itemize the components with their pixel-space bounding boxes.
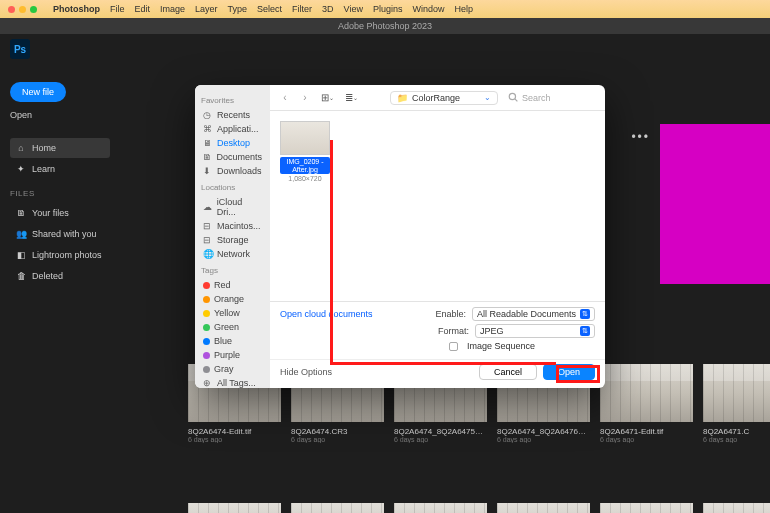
format-value: JPEG (480, 326, 504, 336)
nav-back-button[interactable]: ‹ (278, 91, 292, 105)
menubar-filter[interactable]: Filter (292, 4, 312, 14)
thumb-image (394, 503, 487, 513)
tag-purple[interactable]: Purple (201, 348, 264, 362)
thumb-name: 8Q2A6471-Edit.tif (600, 427, 693, 436)
menubar-edit[interactable]: Edit (135, 4, 151, 14)
learn-icon: ✦ (16, 164, 26, 174)
svg-line-1 (515, 98, 518, 101)
sidebar-network[interactable]: 🌐Network (201, 247, 264, 261)
sidebar-desktop[interactable]: 🖥Desktop (201, 136, 264, 150)
tag-dot-icon (203, 352, 210, 359)
more-button[interactable]: ••• (631, 130, 650, 144)
thumb-image (291, 503, 384, 513)
menubar-view[interactable]: View (344, 4, 363, 14)
globe-icon: 🌐 (203, 249, 213, 259)
file-browser[interactable]: IMG_0209 - After.jpg 1,080×720 (270, 111, 605, 301)
sidebar-item-label: Lightroom photos (32, 250, 102, 260)
thumb-date: 6 days ago (600, 436, 693, 443)
recent-thumb[interactable] (394, 503, 487, 513)
dialog-options: Open cloud documents Enable: All Readabl… (270, 301, 605, 359)
tag-red[interactable]: Red (201, 278, 264, 292)
tag-yellow[interactable]: Yellow (201, 306, 264, 320)
tag-dot-icon (203, 324, 210, 331)
menubar-file[interactable]: File (110, 4, 125, 14)
sidebar-section-locations: Locations (201, 183, 264, 192)
open-file-dialog: Favorites ◷Recents ⌘Applicati... 🖥Deskto… (195, 85, 605, 388)
all-tags[interactable]: ⊕All Tags... (201, 376, 264, 388)
view-group-button[interactable]: ≣⌄ (342, 91, 360, 105)
sidebar-item-deleted[interactable]: 🗑 Deleted (10, 266, 110, 286)
thumb-image (703, 503, 770, 513)
recent-thumb[interactable]: 8Q2A6471-Edit.tif 6 days ago (600, 364, 693, 443)
sidebar-item-lightroom[interactable]: ◧ Lightroom photos (10, 245, 110, 265)
view-grid-button[interactable]: ⊞⌄ (318, 91, 336, 105)
recent-thumb[interactable] (703, 503, 770, 513)
image-sequence-checkbox[interactable] (449, 342, 458, 351)
sidebar-item-label: Learn (32, 164, 55, 174)
chevron-down-icon: ⌄ (484, 93, 491, 102)
sidebar-item-your-files[interactable]: 🗎 Your files (10, 203, 110, 223)
search-field[interactable]: Search (504, 91, 597, 105)
mac-menubar: Photoshop File Edit Image Layer Type Sel… (0, 0, 770, 18)
sidebar-item-shared[interactable]: 👥 Shared with you (10, 224, 110, 244)
sidebar-macintosh[interactable]: ⊟Macintos... (201, 219, 264, 233)
sidebar-recents[interactable]: ◷Recents (201, 108, 264, 122)
format-select[interactable]: JPEG⇅ (475, 324, 595, 338)
sidebar-applications[interactable]: ⌘Applicati... (201, 122, 264, 136)
menubar-layer[interactable]: Layer (195, 4, 218, 14)
dialog-main: ‹ › ⊞⌄ ≣⌄ 📁 ColorRange ⌄ Search IMG_0209… (270, 85, 605, 388)
recent-thumb[interactable] (600, 503, 693, 513)
hide-options-button[interactable]: Hide Options (280, 367, 332, 377)
tag-green[interactable]: Green (201, 320, 264, 334)
sidebar-item-label: Recents (217, 110, 250, 120)
menubar-plugins[interactable]: Plugins (373, 4, 403, 14)
maximize-window-icon[interactable] (30, 6, 37, 13)
menubar-app[interactable]: Photoshop (53, 4, 100, 14)
thumb-date: 6 days ago (497, 436, 590, 443)
path-selector[interactable]: 📁 ColorRange ⌄ (390, 91, 498, 105)
sidebar-item-label: Network (217, 249, 250, 259)
tag-blue[interactable]: Blue (201, 334, 264, 348)
menubar-help[interactable]: Help (455, 4, 474, 14)
menubar-image[interactable]: Image (160, 4, 185, 14)
recent-thumb[interactable] (497, 503, 590, 513)
promo-tile[interactable] (660, 124, 770, 284)
sidebar-documents[interactable]: 🗎Documents (201, 150, 264, 164)
cancel-button[interactable]: Cancel (479, 364, 537, 380)
menubar-select[interactable]: Select (257, 4, 282, 14)
sidebar-storage[interactable]: ⊟Storage (201, 233, 264, 247)
thumb-image (703, 364, 770, 422)
nav-forward-button[interactable]: › (298, 91, 312, 105)
enable-select[interactable]: All Readable Documents⇅ (472, 307, 595, 321)
open-button[interactable]: Open (10, 110, 110, 120)
thumb-name: 8Q2A6471.C (703, 427, 770, 436)
sidebar-item-learn[interactable]: ✦ Learn (10, 159, 110, 179)
thumb-name: 8Q2A6474-Edit.tif (188, 427, 281, 436)
minimize-window-icon[interactable] (19, 6, 26, 13)
open-cloud-link[interactable]: Open cloud documents (280, 309, 373, 319)
tag-gray[interactable]: Gray (201, 362, 264, 376)
recent-thumb[interactable]: 8Q2A6471.C 6 days ago (703, 364, 770, 443)
sidebar-icloud[interactable]: ☁iCloud Dri... (201, 195, 264, 219)
tag-orange[interactable]: Orange (201, 292, 264, 306)
sidebar-item-label: Documents (216, 152, 262, 162)
app-header: Ps (0, 34, 770, 64)
new-file-button[interactable]: New file (10, 82, 66, 102)
recent-thumb[interactable] (188, 503, 281, 513)
tag-dot-icon (203, 310, 210, 317)
menubar-3d[interactable]: 3D (322, 4, 334, 14)
file-item[interactable]: IMG_0209 - After.jpg 1,080×720 (280, 121, 330, 182)
photoshop-logo-icon: Ps (10, 39, 30, 59)
close-window-icon[interactable] (8, 6, 15, 13)
menubar-window[interactable]: Window (413, 4, 445, 14)
sidebar-item-home[interactable]: ⌂ Home (10, 138, 110, 158)
recent-thumb[interactable] (291, 503, 384, 513)
menubar-type[interactable]: Type (228, 4, 248, 14)
sidebar-section-favorites: Favorites (201, 96, 264, 105)
enable-value: All Readable Documents (477, 309, 576, 319)
search-placeholder: Search (522, 93, 551, 103)
sidebar-downloads[interactable]: ⬇Downloads (201, 164, 264, 178)
file-thumbnail (280, 121, 330, 155)
disk-icon: ⊟ (203, 235, 213, 245)
tag-dot-icon (203, 282, 210, 289)
